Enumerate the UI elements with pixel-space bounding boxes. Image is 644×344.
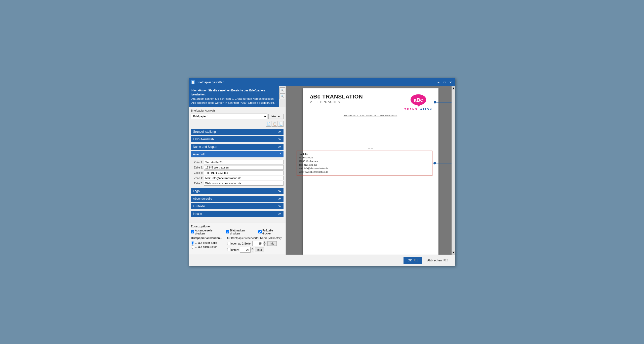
field-row-2: Zeile 2: [191, 165, 284, 170]
accordion-logo[interactable]: Logo ≫ [191, 188, 284, 194]
anwenden-rand-row: Briefpapier anwenden... ... auf erster S… [191, 236, 284, 253]
radio-erste-seite[interactable]: ... auf erster Seite [191, 241, 222, 245]
dash-line-1: — — [309, 147, 432, 150]
zeile2-label: Zeile 2: [191, 166, 203, 169]
zeile5-input[interactable] [204, 181, 284, 186]
chevron-down-icon: ≫ [278, 212, 281, 216]
chevron-down-icon: ≫ [278, 197, 281, 200]
dash-line-2: — — [309, 185, 432, 187]
cb-blattmarken-input[interactable] [226, 230, 229, 233]
unten-down-arrow[interactable]: ▼ [250, 250, 254, 253]
contact-line-3: Tel.: 0171 123 456 [299, 163, 430, 167]
info-zoom-row: Hier können Sie die einzelnen Bereiche d… [189, 86, 286, 107]
logo-pointer-dot [434, 101, 436, 104]
cancel-button[interactable]: Abbrechen F12 [423, 257, 452, 264]
window-title: Briefpapier gestalten... [196, 81, 227, 84]
oben-spinner-arrows: ▲ ▼ [263, 241, 266, 246]
zeile4-input[interactable] [204, 176, 284, 180]
zoom-out-button[interactable]: 🔍 [279, 93, 285, 99]
accordion-grundeinstellung[interactable]: Grundeinstellung ≫ [191, 129, 284, 135]
chevron-down-icon: ≫ [278, 130, 281, 133]
unten-value-input[interactable] [240, 248, 250, 252]
ok-shortcut: F11 [414, 259, 418, 262]
cb-absenderzeile-input[interactable] [191, 230, 194, 233]
unten-spinner-arrows: ▲ ▼ [250, 247, 254, 253]
cb-blattmarken-label: Blattmarken drucken [230, 229, 255, 235]
zeile1-label: Zeile 1: [191, 161, 203, 164]
sender-line: aBc TRANSLATION · Satzstr. 25 · 12345 Wo… [310, 114, 431, 117]
svg-marker-1 [416, 104, 420, 107]
delete-button[interactable]: Löschen [268, 114, 284, 119]
page-icon-1[interactable]: 📄 [266, 121, 271, 127]
briefpapier-dropdown-row: Briefpapier 1 Briefpapier 2 Briefpapier … [191, 114, 284, 119]
briefpapier-select[interactable]: Briefpapier 1 Briefpapier 2 Briefpapier … [191, 114, 267, 119]
accordion-inhalte[interactable]: Inhalte ≫ [191, 211, 284, 217]
contact-line-5: Web: www.abc-translation.de [299, 170, 430, 174]
logo-text-right: LATION [418, 108, 432, 111]
zusatz-label: Zusatzoptionen [191, 225, 284, 228]
zeile4-label: Zeile 4: [191, 177, 203, 180]
info-button-oben[interactable]: Info [267, 241, 276, 246]
zeile3-input[interactable] [204, 170, 284, 175]
right-panel: aBc TRANSLATION ALLE SPRACHEN [286, 86, 455, 255]
zeile1-input[interactable] [204, 160, 284, 164]
address-fields: Zeile 1: Zeile 2: Zeile 3: Zeile 4: [191, 159, 284, 187]
cb-absenderzeile[interactable]: Absenderzeile drucken [191, 229, 223, 235]
cb-oben-input[interactable] [227, 242, 230, 245]
oben-up-arrow[interactable]: ▲ [263, 241, 266, 244]
oben-down-arrow[interactable]: ▼ [263, 244, 266, 246]
rand-section: für Briefpapier reservierter Rand (Milli… [227, 236, 282, 253]
close-button[interactable]: ✕ [448, 80, 453, 85]
contact-title: Kontakt: [299, 152, 430, 156]
titlebar: 📄 Briefpapier gestalten... – □ ✕ [189, 78, 455, 86]
radio-alle-seiten-input[interactable] [191, 245, 194, 249]
accordion-fusstexte[interactable]: Fußtexte ≫ [191, 203, 284, 209]
maximize-button[interactable]: □ [442, 80, 447, 85]
ok-button[interactable]: OK F11 [404, 257, 422, 264]
left-panel: Hier können Sie die einzelnen Bereiche d… [189, 86, 286, 255]
cancel-shortcut: F12 [444, 259, 448, 262]
anwenden-label: Briefpapier anwenden... [191, 236, 222, 239]
titlebar-controls: – □ ✕ [436, 80, 453, 85]
radio-alle-seiten-label: ... auf allen Seiten [195, 245, 217, 248]
cb-fusszeile[interactable]: Fußzeile drucken [258, 229, 284, 235]
footer-bar: OK F11 Abbrechen F12 [189, 255, 455, 266]
chevron-down-icon: ≫ [278, 189, 281, 193]
oben-value-input[interactable] [253, 242, 263, 246]
scroll-up-button[interactable]: ▲ [452, 86, 455, 90]
window-content: Hier können Sie die einzelnen Bereiche d… [189, 86, 455, 255]
accordion-name[interactable]: Name und Slogan ≫ [191, 144, 284, 150]
app-icon: 📄 [191, 80, 195, 84]
logo-area: aBc TRANSLATION [404, 93, 432, 111]
window: 📄 Briefpapier gestalten... – □ ✕ Hier kö… [189, 78, 455, 266]
side-icons: 🔍 🔍 [279, 86, 286, 107]
rand-oben-row: oben ab 2.Seite: ▲ ▼ Info [227, 241, 282, 246]
zeile2-input[interactable] [204, 165, 284, 170]
accordion-absenderzeile[interactable]: Absenderzeile ≫ [191, 196, 284, 202]
bottom-options: Zusatzoptionen Absenderzeile drucken Bla… [189, 223, 286, 255]
chevron-down-icon: ≫ [278, 137, 281, 141]
info-button-unten[interactable]: Info [255, 248, 264, 252]
page-icon-2[interactable]: 📋 [272, 121, 277, 127]
page-icon-3[interactable]: 📃 [278, 121, 284, 127]
field-row-4: Zeile 4: [191, 176, 284, 180]
cb-unten-input[interactable] [227, 248, 230, 251]
cb-oben[interactable]: oben ab 2.Seite: [227, 242, 251, 245]
anwenden-column: Briefpapier anwenden... ... auf erster S… [191, 236, 222, 249]
scroll-track [452, 90, 455, 251]
logo-text-below: TRANSLATION [404, 108, 432, 111]
minimize-button[interactable]: – [436, 80, 441, 85]
cb-blattmarken[interactable]: Blattmarken drucken [226, 229, 255, 235]
accordion-layout[interactable]: Layout-Auswahl ≫ [191, 136, 284, 142]
accordion-anschrift[interactable]: Anschrift ⌃ [191, 151, 284, 157]
cb-unten[interactable]: unten: [227, 248, 239, 251]
scroll-down-button[interactable]: ▼ [452, 251, 455, 255]
company-name: aBc TRANSLATION [310, 93, 363, 100]
zoom-in-button[interactable]: 🔍 [279, 87, 285, 93]
unten-up-arrow[interactable]: ▲ [250, 247, 254, 250]
page-preview: aBc TRANSLATION ALLE SPRACHEN [303, 88, 438, 255]
radio-alle-seiten[interactable]: ... auf allen Seiten [191, 245, 222, 249]
cb-fusszeile-input[interactable] [258, 230, 262, 233]
radio-erste-seite-input[interactable] [191, 241, 194, 245]
checkbox-row-1: Absenderzeile drucken Blattmarken drucke… [191, 229, 284, 235]
